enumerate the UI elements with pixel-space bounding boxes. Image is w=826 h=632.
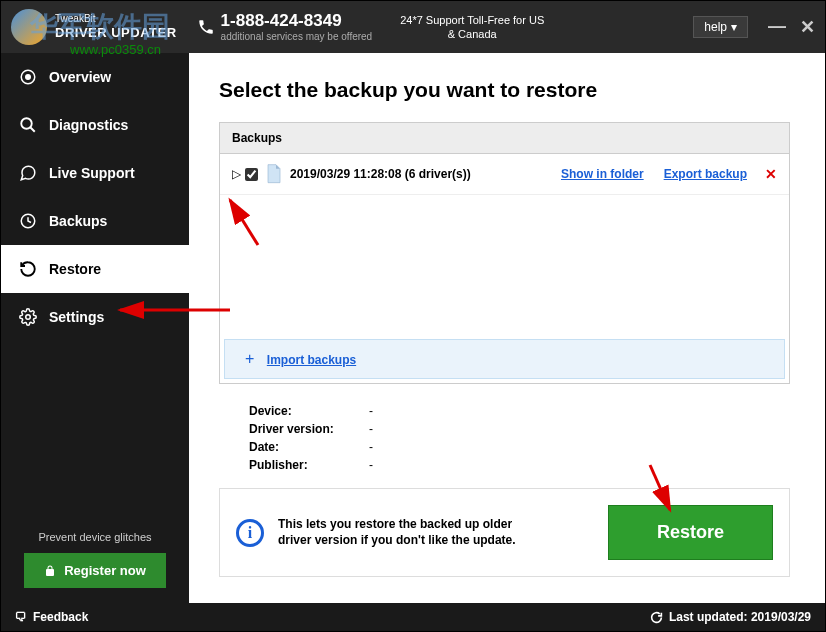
- main-content: Select the backup you want to restore Ba…: [189, 53, 825, 603]
- statusbar: 🗨 Feedback Last updated: 2019/03/29: [1, 603, 825, 631]
- chat-icon: [19, 164, 37, 182]
- delete-backup-button[interactable]: ✕: [765, 166, 777, 182]
- import-row: + Import backups: [224, 339, 785, 379]
- chevron-down-icon: ▾: [731, 20, 737, 34]
- speech-icon: 🗨: [15, 610, 27, 624]
- sidebar: Overview Diagnostics Live Support Backup…: [1, 53, 189, 603]
- backup-empty-area: [220, 195, 789, 335]
- minimize-button[interactable]: —: [768, 16, 786, 38]
- detail-date-value: -: [369, 440, 373, 454]
- file-icon: [266, 164, 282, 184]
- last-updated: Last updated: 2019/03/29: [650, 610, 811, 624]
- brand-main: DRIVER UPDATER: [55, 25, 177, 41]
- restore-panel: i This lets you restore the backed up ol…: [219, 488, 790, 577]
- register-label: Register now: [64, 563, 146, 578]
- support-text: 24*7 Support Toll-Free for US & Canada: [397, 13, 547, 42]
- sidebar-label: Diagnostics: [49, 117, 128, 133]
- register-now-button[interactable]: Register now: [24, 553, 166, 588]
- backup-row: ▷ 2019/03/29 11:28:08 (6 driver(s)) Show…: [220, 154, 789, 195]
- export-backup-link[interactable]: Export backup: [664, 167, 747, 181]
- detail-publisher-label: Publisher:: [249, 458, 369, 472]
- svg-line-3: [30, 127, 35, 132]
- help-dropdown[interactable]: help ▾: [693, 16, 748, 38]
- refresh-icon: [650, 611, 663, 624]
- clock-icon: [19, 212, 37, 230]
- backups-panel: Backups ▷ 2019/03/29 11:28:08 (6 driver(…: [219, 122, 790, 384]
- info-icon: i: [236, 519, 264, 547]
- close-button[interactable]: ✕: [800, 16, 815, 38]
- app-logo: TweakBit DRIVER UPDATER: [11, 9, 177, 45]
- sidebar-item-overview[interactable]: Overview: [1, 53, 189, 101]
- help-label: help: [704, 20, 727, 34]
- detail-device-label: Device:: [249, 404, 369, 418]
- sidebar-label: Live Support: [49, 165, 135, 181]
- feedback-link[interactable]: 🗨 Feedback: [15, 610, 88, 624]
- gear-icon: [19, 308, 37, 326]
- sidebar-label: Restore: [49, 261, 101, 277]
- detail-version-label: Driver version:: [249, 422, 369, 436]
- show-in-folder-link[interactable]: Show in folder: [561, 167, 644, 181]
- detail-version-value: -: [369, 422, 373, 436]
- backup-checkbox[interactable]: [245, 168, 258, 181]
- sidebar-item-restore[interactable]: Restore: [1, 245, 189, 293]
- restore-button[interactable]: Restore: [608, 505, 773, 560]
- sidebar-item-settings[interactable]: Settings: [1, 293, 189, 341]
- sidebar-label: Settings: [49, 309, 104, 325]
- restore-icon: [19, 260, 37, 278]
- magnifier-icon: [19, 116, 37, 134]
- detail-device-value: -: [369, 404, 373, 418]
- svg-point-5: [26, 315, 31, 320]
- details-block: Device:- Driver version:- Date:- Publish…: [249, 402, 790, 474]
- sidebar-item-backups[interactable]: Backups: [1, 197, 189, 245]
- last-updated-text: Last updated: 2019/03/29: [669, 610, 811, 624]
- phone-sub: additional services may be offered: [221, 31, 373, 43]
- backup-label: 2019/03/29 11:28:08 (6 driver(s)): [290, 167, 541, 181]
- sidebar-item-live-support[interactable]: Live Support: [1, 149, 189, 197]
- sidebar-label: Backups: [49, 213, 107, 229]
- svg-point-1: [26, 75, 31, 80]
- target-icon: [19, 68, 37, 86]
- phone-block: 1-888-424-8349 additional services may b…: [197, 11, 373, 43]
- phone-icon: [197, 18, 215, 36]
- logo-icon: [11, 9, 47, 45]
- brand-small: TweakBit: [55, 13, 177, 25]
- expand-triangle-icon[interactable]: ▷: [232, 167, 241, 181]
- phone-number: 1-888-424-8349: [221, 11, 373, 31]
- page-title: Select the backup you want to restore: [219, 78, 790, 102]
- feedback-label: Feedback: [33, 610, 88, 624]
- plus-icon: +: [245, 350, 254, 367]
- info-text: This lets you restore the backed up olde…: [278, 517, 538, 548]
- sidebar-label: Overview: [49, 69, 111, 85]
- backups-header: Backups: [220, 123, 789, 154]
- lock-icon: [44, 565, 56, 577]
- sidebar-item-diagnostics[interactable]: Diagnostics: [1, 101, 189, 149]
- svg-point-2: [21, 118, 32, 129]
- prevent-glitches-text: Prevent device glitches: [16, 531, 174, 543]
- detail-date-label: Date:: [249, 440, 369, 454]
- import-backups-link[interactable]: Import backups: [267, 353, 356, 367]
- detail-publisher-value: -: [369, 458, 373, 472]
